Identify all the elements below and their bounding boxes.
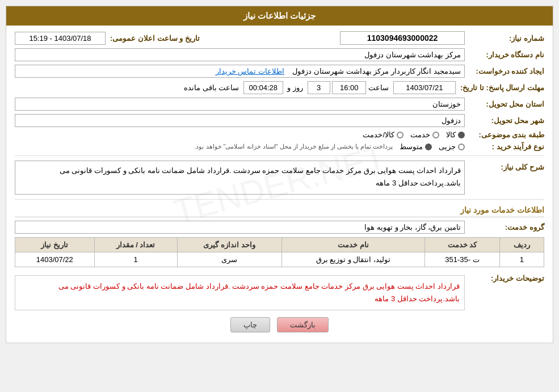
purchase-jozi-label: جزیی <box>439 142 456 151</box>
cell-unit: سری <box>177 252 281 267</box>
table-row: 1 ت -35-351 تولید، انتقال و توزیع برق سر… <box>15 252 544 267</box>
contact-link[interactable]: اطلاعات تماس خریدار <box>216 67 284 75</box>
org-name-row: نام دستگاه خریدار: مرکز بهداشت شهرستان د… <box>15 48 544 61</box>
print-button[interactable]: چاپ <box>230 317 270 332</box>
description-row: شرح کلی نیاز: قرارداد احداث پست هوایی بر… <box>15 161 544 195</box>
category-kala-khedmat-label: کالا/خدمت <box>363 130 394 139</box>
deadline-row: مهلت ارسال پاسخ: تا تاریخ: 1403/07/21 سا… <box>15 81 544 94</box>
category-khedmat-label: خدمت <box>410 130 430 139</box>
buyer-notes-row: توضیحات خریدار: قرارداد احداث پست هوایی … <box>15 272 544 310</box>
col-row: ردیف <box>499 238 544 252</box>
service-group-label: گروه خدمت: <box>465 223 544 231</box>
need-number-label: شماره نیاز: <box>465 34 544 43</box>
cell-date: 1403/07/22 <box>15 252 95 267</box>
category-option-khedmat[interactable]: خدمت <box>410 130 439 139</box>
page-title: جزئیات اطلاعات نیاز <box>243 11 316 20</box>
col-unit: واحد اندازه گیری <box>177 238 281 252</box>
service-group-row: گروه خدمت: تامین برق، گاز، بخار و تهویه … <box>15 221 544 234</box>
category-label: طبقه بندی موضوعی: <box>465 130 544 139</box>
description-text: قرارداد احداث پست هوایی برق مرکز خدمات ج… <box>15 161 465 195</box>
deadline-time-label: ساعت <box>368 83 389 92</box>
radio-kala-khedmat-icon <box>397 132 404 138</box>
creator-row: ایجاد کننده درخواست: سیدمجید انگار کاربر… <box>15 65 544 78</box>
deadline-remain-label: ساعت باقی مانده <box>184 83 239 92</box>
page-container: جزئیات اطلاعات نیاز TENDER.NET شماره نیا… <box>6 6 553 343</box>
col-service-name: نام خدمت <box>281 238 424 252</box>
content-area: TENDER.NET شماره نیاز: 1103094693000022 … <box>6 26 553 343</box>
buyer-notes-label: توضیحات خریدار: <box>465 272 544 283</box>
radio-jozi-icon <box>458 144 465 150</box>
deadline-day-label: روز و <box>287 83 303 92</box>
purchase-motavasseat[interactable]: متوسط <box>400 142 432 151</box>
buyer-notes-container: قرارداد احداث پست هوایی برق مرکز خدمات ج… <box>15 275 465 310</box>
cell-service-code: ت -35-351 <box>425 252 500 267</box>
services-table: ردیف کد خدمت نام خدمت واحد اندازه گیری ت… <box>15 237 544 267</box>
table-header-row: ردیف کد خدمت نام خدمت واحد اندازه گیری ت… <box>15 238 544 252</box>
purchase-type-row: نوع فرآیند خرید : جزیی متوسط پرداخت تمام… <box>15 142 544 151</box>
deadline-date: 1403/07/21 <box>393 81 456 94</box>
deadline-remain: 00:04:28 <box>243 81 283 94</box>
purchase-motavasseat-label: متوسط <box>400 142 423 151</box>
cell-row: 1 <box>499 252 544 267</box>
category-row: طبقه بندی موضوعی: کالا خدمت کالا/خدمت <box>15 130 544 139</box>
province-row: استان محل تحویل: خوزستان <box>15 98 544 111</box>
deadline-time: 16:00 <box>332 81 366 94</box>
creator-value: سیدمجید انگار کاربردار مرکز بهداشت شهرست… <box>15 65 465 78</box>
category-kala-label: کالا <box>446 130 456 139</box>
category-option-kala-khedmat[interactable]: کالا/خدمت <box>363 130 404 139</box>
purchase-type-label: نوع فرآیند خرید : <box>465 142 544 151</box>
radio-kala-icon <box>458 132 465 138</box>
province-label: استان محل تحویل: <box>465 100 544 108</box>
category-option-kala[interactable]: کالا <box>446 130 465 139</box>
divider2 <box>15 199 544 200</box>
need-number-row: شماره نیاز: 1103094693000022 تاریخ و ساع… <box>15 31 544 45</box>
province-value: خوزستان <box>15 98 465 111</box>
button-row: بازگشت چاپ <box>15 317 544 332</box>
cell-service-name: تولید، انتقال و توزیع برق <box>281 252 424 267</box>
radio-khedmat-icon <box>432 132 439 138</box>
description-section-title: شرح کلی نیاز: <box>465 161 544 171</box>
service-group-value: تامین برق، گاز، بخار و تهویه هوا <box>15 221 465 234</box>
radio-motavasseat-icon <box>425 144 432 150</box>
col-date: تاریخ نیاز <box>15 238 95 252</box>
purchase-type-radio-group: جزیی متوسط پرداخت تمام یا بخشی از مبلغ خ… <box>15 142 465 151</box>
purchase-jozi[interactable]: جزیی <box>439 142 465 151</box>
service-section-title: اطلاعات خدمات مورد نیاز <box>15 205 544 217</box>
deadline-days: 3 <box>308 81 330 94</box>
org-name-value: مرکز بهداشت شهرستان دزفول <box>15 48 465 61</box>
purchase-type-note: پرداخت تمام یا بخشی از مبلغ خریدار از مح… <box>15 143 393 150</box>
col-quantity: تعداد / مقدار <box>94 238 177 252</box>
city-value: دزفول <box>15 114 465 127</box>
announcement-date-value: 1403/07/18 - 15:19 <box>15 32 106 45</box>
cell-quantity: 1 <box>94 252 177 267</box>
deadline-label: مهلت ارسال پاسخ: تا تاریخ: <box>456 83 544 92</box>
org-name-label: نام دستگاه خریدار: <box>465 50 544 59</box>
announcement-date-label: تاریخ و ساعت اعلان عمومی: <box>106 34 200 43</box>
need-number-value: 1103094693000022 <box>340 31 465 45</box>
divider1 <box>15 155 544 156</box>
page-header: جزئیات اطلاعات نیاز <box>6 6 553 26</box>
col-service-code: کد خدمت <box>425 238 500 252</box>
city-row: شهر محل تحویل: دزفول <box>15 114 544 127</box>
back-button[interactable]: بازگشت <box>277 317 329 332</box>
category-radio-group: کالا خدمت کالا/خدمت <box>15 130 465 139</box>
city-label: شهر محل تحویل: <box>465 116 544 125</box>
buyer-notes-text: قرارداد احداث پست هوایی برق مرکز خدمات ج… <box>20 280 460 305</box>
creator-label: ایجاد کننده درخواست: <box>465 67 544 75</box>
